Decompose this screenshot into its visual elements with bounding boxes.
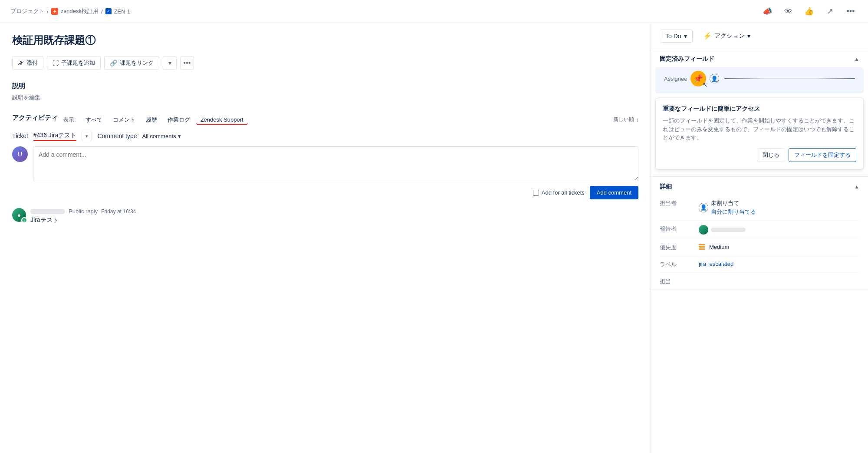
activity-section: アクティビティ 表示: すべて コメント 履歴 作業ログ Zendesk Sup… — [12, 114, 638, 224]
detail-assignee: 担当者 👤 未割り当て 自分に割り当てる — [660, 195, 859, 221]
sort-button[interactable]: 新しい順 ↕ — [613, 116, 638, 123]
toolbar-dropdown-button[interactable]: ▾ — [163, 56, 177, 70]
tooltip-actions: 閉じる フィールドを固定する — [663, 148, 856, 162]
assignee-key: 担当者 — [660, 199, 699, 207]
collapse-details-icon[interactable]: ▲ — [854, 184, 859, 190]
description-section: 説明 説明を編集 — [12, 82, 638, 102]
label-tag[interactable]: jira_escalated — [699, 261, 733, 267]
label-key: ラベル — [660, 261, 699, 268]
cursor-indicator: ↖ — [703, 81, 708, 88]
breadcrumb-project[interactable]: プロジェクト — [10, 7, 44, 15]
breadcrumb-workspace[interactable]: zendesk検証用 — [61, 7, 99, 15]
activity-user-bar — [30, 209, 65, 214]
main-layout: 検証用既存課題① 🖇 添付 ⛶ 子課題を追加 🔗 課題をリンク ▾ ••• 説明… — [0, 23, 868, 453]
pin-avatar: 📌 ↖ — [690, 71, 706, 86]
comment-actions: Add for all tickets Add comment — [33, 186, 638, 199]
add-all-tickets-checkbox[interactable] — [533, 190, 539, 196]
tab-comments[interactable]: コメント — [108, 114, 140, 126]
comment-type-dropdown-icon: ▾ — [178, 133, 181, 139]
ticket-label: Ticket — [12, 132, 28, 139]
activity-time: Friday at 16:34 — [101, 208, 136, 215]
sort-icon: ↕ — [636, 117, 638, 123]
priority-text: Medium — [709, 244, 729, 250]
entry-avatar-wrap: ● z — [12, 208, 26, 222]
comment-row: U Add for all tickets Add comment — [12, 146, 638, 199]
status-dropdown[interactable]: To Do ▾ — [660, 30, 693, 43]
breadcrumb-sep1: / — [47, 8, 49, 15]
priority-lines — [699, 244, 705, 250]
tab-history[interactable]: 履歴 — [141, 114, 161, 126]
add-comment-button[interactable]: Add comment — [590, 186, 638, 199]
tooltip-close-button[interactable]: 閉じる — [757, 148, 785, 162]
activity-type: Public reply — [69, 208, 98, 215]
pinned-section-header: 固定済みフィールド ▲ — [651, 49, 868, 67]
comment-input[interactable] — [33, 146, 638, 181]
add-child-button[interactable]: ⛶ 子課題を追加 — [47, 56, 101, 70]
priority-value: Medium — [699, 244, 859, 250]
link-issue-button[interactable]: 🔗 課題をリンク — [104, 56, 159, 70]
pinned-section-title: 固定済みフィールド — [660, 55, 714, 63]
details-list: 担当者 👤 未割り当て 自分に割り当てる 報告者 — [651, 195, 868, 290]
paperclip-icon: 🖇 — [18, 60, 24, 66]
activity-entry: ● z Public reply Friday at 16:34 Jiraテスト — [12, 208, 638, 224]
page-title: 検証用既存課題① — [12, 33, 638, 47]
collapse-pinned-icon[interactable]: ▲ — [854, 56, 859, 62]
ticket-dropdown[interactable]: ▾ — [82, 131, 92, 141]
megaphone-icon[interactable]: 📣 — [760, 4, 774, 18]
thumbs-up-icon[interactable]: 👍 — [802, 4, 816, 18]
add-child-label: 子課題を追加 — [61, 59, 95, 67]
toolbar-more-button[interactable]: ••• — [180, 56, 194, 70]
comment-type-label: Comment type — [97, 132, 137, 139]
lightning-icon: ⚡ — [703, 32, 712, 40]
user-avatar: U — [12, 146, 28, 162]
activity-title: アクティビティ — [12, 114, 58, 122]
more-options-icon[interactable]: ••• — [844, 4, 858, 18]
detail-label: ラベル jira_escalated — [660, 256, 859, 273]
breadcrumb-ticket[interactable]: ZEN-1 — [114, 8, 131, 15]
detail-priority: 優先度 Medium — [660, 239, 859, 256]
show-label: 表示: — [63, 116, 76, 124]
tooltip-pin-button[interactable]: フィールドを固定する — [789, 148, 856, 162]
unassigned-label: 未割り当て — [711, 199, 756, 207]
reporter-name-bar — [711, 228, 746, 232]
description-placeholder[interactable]: 説明を編集 — [12, 94, 638, 102]
priority-key: 優先度 — [660, 244, 699, 251]
details-title: 詳細 — [660, 183, 672, 191]
reporter-avatar — [699, 225, 708, 235]
ticket-area: Ticket #436 Jiraテスト ▾ Comment type All c… — [12, 131, 638, 141]
assign-self-link[interactable]: 自分に割り当てる — [711, 208, 756, 216]
assignee-icon: 👤 — [710, 74, 719, 83]
toolbar: 🖇 添付 ⛶ 子課題を追加 🔗 課題をリンク ▾ ••• — [12, 56, 638, 70]
tab-worklog[interactable]: 作業ログ — [163, 114, 194, 126]
extra-key: 担当 — [660, 278, 699, 285]
left-content: 検証用既存課題① 🖇 添付 ⛶ 子課題を追加 🔗 課題をリンク ▾ ••• 説明… — [0, 23, 651, 453]
actions-dropdown[interactable]: ⚡ アクション ▾ — [698, 29, 756, 43]
reporter-value — [699, 225, 859, 235]
status-dropdown-icon: ▾ — [684, 33, 687, 40]
tab-zendesk[interactable]: Zendesk Support — [196, 115, 248, 125]
attach-button[interactable]: 🖇 添付 — [12, 56, 43, 70]
entry-avatar-badge: z — [21, 217, 27, 223]
assignee-row: Assignee 📌 ↖ 👤 — [655, 67, 864, 93]
jira-icon: ✦ — [51, 8, 58, 15]
tooltip-desc: 一部のフィールドを固定して、作業を開始しやすくすることができます。これはビューの… — [663, 116, 856, 142]
eye-icon[interactable]: 👁 — [781, 4, 795, 18]
activity-tabs: アクティビティ 表示: すべて コメント 履歴 作業ログ Zendesk Sup… — [12, 114, 248, 126]
add-all-tickets-label[interactable]: Add for all tickets — [533, 189, 585, 196]
activity-header: アクティビティ 表示: すべて コメント 履歴 作業ログ Zendesk Sup… — [12, 114, 638, 126]
tab-all[interactable]: すべて — [81, 114, 107, 126]
label-value: jira_escalated — [699, 261, 859, 267]
add-all-label: Add for all tickets — [542, 189, 585, 196]
link-icon: 🔗 — [110, 60, 117, 66]
hierarchy-icon: ⛶ — [53, 60, 59, 66]
unassigned-icon: 👤 — [699, 203, 708, 212]
comment-type-select[interactable]: All comments ▾ — [142, 133, 181, 139]
share-icon[interactable]: ↗ — [823, 4, 837, 18]
ticket-link[interactable]: #436 Jiraテスト — [33, 132, 77, 141]
comment-input-wrap: Add for all tickets Add comment — [33, 146, 638, 199]
breadcrumb: プロジェクト / ✦ zendesk検証用 / ✓ ZEN-1 — [10, 7, 130, 15]
breadcrumb-sep2: / — [101, 8, 103, 15]
right-sidebar: To Do ▾ ⚡ アクション ▾ 固定済みフィールド ▲ Assignee 📌… — [651, 23, 868, 453]
details-section-header: 詳細 ▲ — [651, 177, 868, 195]
link-label: 課題をリンク — [120, 59, 154, 67]
